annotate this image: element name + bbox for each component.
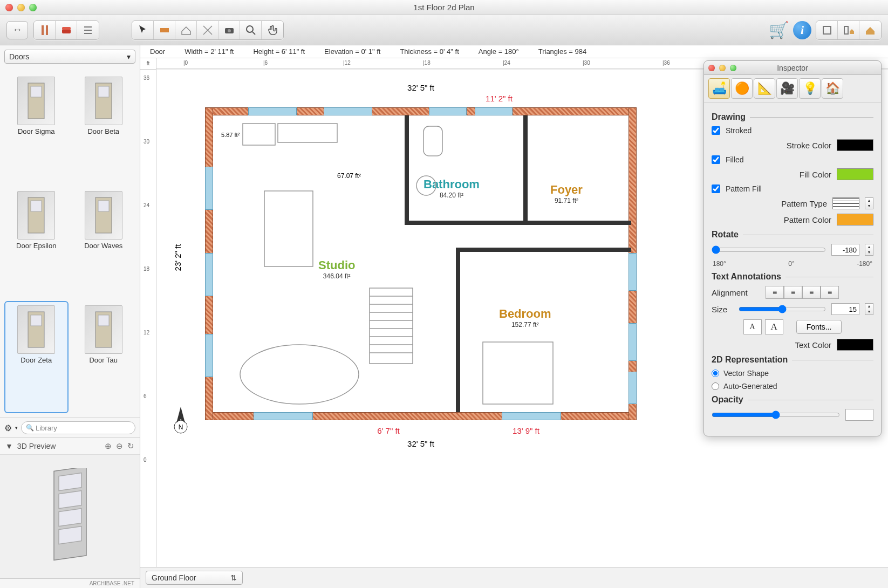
camera-tool[interactable] [218,21,240,39]
opacity-slider[interactable] [712,411,840,419]
vector-radio[interactable] [712,370,719,377]
stroke-color-swatch[interactable] [837,139,873,151]
opacity-input[interactable] [845,409,873,421]
door-icon [17,77,55,125]
category-select[interactable]: Doors ▾ [4,50,135,64]
library-item[interactable]: Door Tau [72,301,136,413]
category-label: Doors [9,52,29,61]
window-title: 1st Floor 2d Plan [413,3,474,12]
pattern-fill-checkbox[interactable] [712,184,720,193]
library-item-label: Door Beta [87,127,119,135]
svg-rect-29 [59,473,81,490]
svg-rect-47 [423,126,442,156]
auto-radio[interactable] [712,382,719,390]
align-center[interactable]: ≡ [784,286,802,299]
rotate-slider[interactable] [712,245,826,254]
svg-rect-32 [59,526,81,544]
door-icon [85,191,122,240]
align-left[interactable]: ≡ [766,286,784,299]
dim-overall-w-bottom: 32' 5" ft [383,439,459,448]
preview-header: ▼ 3D Preview ⊕ ⊖ ↻ [0,437,140,454]
library-footer: ⚙▾ Library [0,418,140,437]
svg-rect-25 [31,315,42,326]
size-slider[interactable] [739,305,826,313]
svg-rect-19 [98,86,109,97]
inspector-tabs: 🛋️ 🟠 📐 🎥 💡 🏠 [704,75,881,102]
align-right[interactable]: ≡ [802,286,821,299]
zoom-in-icon[interactable]: ⊕ [105,441,112,451]
library-item-label: Door Epsilon [16,242,56,250]
zoom-tool[interactable] [240,21,262,39]
library-item[interactable]: Door Epsilon [4,187,69,299]
expand-button[interactable]: ↔ [6,21,28,39]
zoom-out-icon[interactable]: ⊖ [116,441,123,451]
tab-material[interactable]: 🟠 [731,78,753,99]
info-object: Door [150,47,165,56]
measure-tool[interactable] [197,21,218,39]
close-icon[interactable] [708,65,715,71]
tab-camera[interactable]: 🎥 [776,78,798,99]
list-mode-button[interactable] [77,21,99,39]
toolbar: ↔ 🛒 i [0,15,888,45]
library-item[interactable]: Door Beta [72,72,136,184]
stroked-checkbox[interactable] [712,126,720,135]
size-input[interactable] [831,303,859,315]
library-item[interactable]: Door Zeta [4,301,69,413]
size-stepper[interactable]: ▲▼ [865,303,873,315]
gear-icon[interactable]: ⚙ [4,423,12,433]
furniture-mode-button[interactable] [56,21,77,39]
tab-edit[interactable]: 📐 [754,78,775,99]
wall-tool[interactable] [154,21,175,39]
library-item[interactable]: Door Sigma [4,72,69,184]
tab-light[interactable]: 💡 [799,78,821,99]
preview-3d[interactable] [0,454,140,578]
svg-point-11 [228,29,231,32]
text-color-swatch[interactable] [837,339,873,351]
minimize-icon[interactable] [17,4,25,11]
svg-rect-34 [278,124,337,142]
collapse-icon[interactable]: ▼ [5,442,13,450]
section-rotate: Rotate [712,230,873,240]
tab-object[interactable]: 🛋️ [708,78,730,99]
pattern-type-picker[interactable] [832,197,859,209]
pattern-stepper[interactable]: ▲▼ [865,197,873,209]
pan-tool[interactable] [262,21,283,39]
svg-rect-35 [264,191,313,266]
chevron-down-icon: ▾ [127,52,131,61]
alignment-buttons: ≡ ≡ ≡ ≡ [766,286,839,299]
zoom-icon[interactable] [29,4,37,11]
info-elevation: Elevation = 0' 1" ft [324,47,380,56]
view-2d-button[interactable] [816,21,838,39]
library-item[interactable]: Door Waves [72,187,136,299]
pattern-color-swatch[interactable] [837,214,873,225]
search-input[interactable]: Library [21,421,135,434]
font-small-button[interactable]: A [743,319,762,334]
floor-select[interactable]: Ground Floor ⇅ [146,571,243,585]
select-tool[interactable] [132,21,154,39]
inspector-titlebar[interactable]: Inspector [704,61,881,75]
rotate-icon[interactable]: ↻ [127,441,134,451]
close-icon[interactable] [5,4,13,11]
rotate-stepper[interactable]: ▲▼ [865,244,873,256]
room-tool[interactable] [175,21,197,39]
align-justify[interactable]: ≡ [821,286,839,299]
minimize-icon[interactable] [719,65,726,71]
svg-text:N: N [179,423,183,431]
tab-building[interactable]: 🏠 [822,78,843,99]
view-3d-button[interactable] [859,21,881,39]
rotate-input[interactable] [831,244,859,256]
wall-mode-button[interactable] [34,21,56,39]
svg-point-48 [416,176,436,195]
info-icon[interactable]: i [793,21,811,39]
section-opacity: Opacity [712,395,873,405]
svg-rect-46 [483,342,553,404]
filled-checkbox[interactable] [712,155,720,164]
view-split-button[interactable] [838,21,859,39]
zoom-icon[interactable] [730,65,736,71]
store-icon[interactable]: 🛒 [769,20,789,39]
fill-color-swatch[interactable] [837,168,873,180]
inspector-title: Inspector [777,64,808,72]
font-large-button[interactable]: A [765,319,783,334]
fonts-button[interactable]: Fonts... [796,320,842,334]
section-2d-rep: 2D Representation [712,355,873,365]
